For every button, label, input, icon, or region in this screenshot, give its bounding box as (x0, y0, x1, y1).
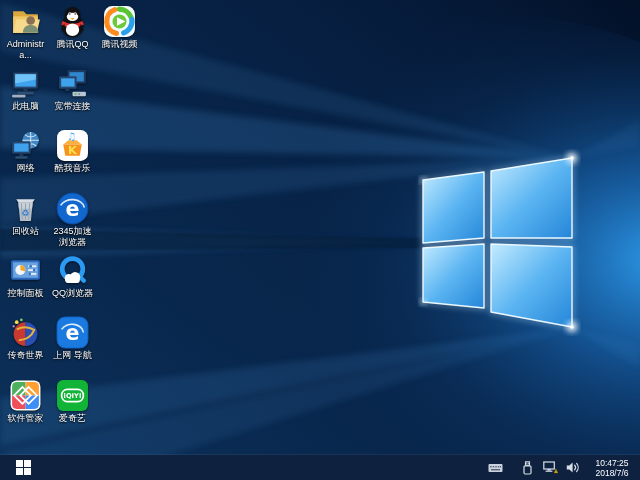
iqiyi-icon: iQIYI (56, 379, 89, 412)
desktop-icon-broadband[interactable]: 宽带连接 (49, 67, 96, 112)
control-panel-icon (9, 254, 42, 287)
desktop-icon-label: Administra... (2, 39, 49, 60)
desktop-icon-this-pc[interactable]: 此电脑 (2, 67, 49, 112)
wallpaper-windows10-hero (0, 0, 640, 480)
desktop-icon-iqiyi[interactable]: iQIYI 爱奇艺 (49, 379, 96, 424)
desktop-icon-label: 腾讯视频 (96, 39, 143, 50)
desktop-icon-label: 控制面板 (2, 288, 49, 299)
desktop-icon-label: 此电脑 (2, 101, 49, 112)
desktop-icon-label: 软件管家 (2, 413, 49, 424)
desktop-icon-kuwo-music[interactable]: K ♫ 酷我音乐 (49, 129, 96, 174)
desktop-icon-control-panel[interactable]: 控制面板 (2, 254, 49, 299)
recycle-bin-icon: ♻ (9, 192, 42, 225)
desktop-icon-label: 网络 (2, 163, 49, 174)
this-pc-icon (9, 67, 42, 100)
desktop-icon-tencent-qq[interactable]: 腾讯QQ (49, 5, 96, 50)
desktop-icon-software-manager[interactable]: 软件管家 (2, 379, 49, 424)
taskbar: 10:47:25 2018/7/6 (0, 455, 640, 480)
system-tray (487, 455, 581, 480)
clock-time: 10:47:25 (589, 458, 635, 468)
2345-browser-icon: e (56, 192, 89, 225)
svg-text:♫: ♫ (67, 130, 76, 142)
desktop-icon-label: 爱奇艺 (49, 413, 96, 424)
user-folder-icon (9, 5, 42, 38)
legend-world-game-icon (9, 316, 42, 349)
desktop-icon-tencent-video[interactable]: 腾讯视频 (96, 5, 143, 50)
start-button[interactable] (0, 455, 46, 480)
kuwo-music-icon: K ♫ (56, 129, 89, 162)
e-navigation-icon: e (56, 316, 89, 349)
qq-browser-icon (56, 254, 89, 287)
desktop-icon-label: 宽带连接 (49, 101, 96, 112)
desktop-icon-e-navigation[interactable]: e 上网 导航 (49, 316, 96, 361)
desktop-icon-network[interactable]: 网络 (2, 129, 49, 174)
tencent-video-icon (103, 5, 136, 38)
desktop-icon-recycle-bin[interactable]: ♻ 回收站 (2, 192, 49, 237)
desktop-icon-legend-world[interactable]: 传奇世界 (2, 316, 49, 361)
network-warning-icon[interactable] (542, 455, 558, 480)
software-manager-icon (9, 379, 42, 412)
desktop-icon-label: 上网 导航 (49, 350, 96, 361)
network-icon (9, 129, 42, 162)
svg-text:K: K (68, 143, 78, 157)
desktop-icon-administrator[interactable]: Administra... (2, 5, 49, 60)
volume-icon[interactable] (565, 455, 581, 480)
touch-keyboard-icon[interactable] (487, 455, 503, 480)
desktop-icon-label: QQ浏览器 (49, 288, 96, 299)
svg-text:iQIYI: iQIYI (64, 392, 82, 400)
desktop: Administra... 腾讯QQ (0, 0, 640, 480)
desktop-icon-label: 酷我音乐 (49, 163, 96, 174)
usb-device-icon[interactable] (519, 455, 535, 480)
desktop-icon-label: 腾讯QQ (49, 39, 96, 50)
desktop-icon-2345-browser[interactable]: e 2345加速浏览器 (49, 192, 96, 247)
svg-text:♻: ♻ (21, 207, 29, 218)
desktop-icon-qq-browser[interactable]: QQ浏览器 (49, 254, 96, 299)
clock-date: 2018/7/6 (589, 468, 635, 478)
desktop-icon-label: 2345加速浏览器 (49, 226, 96, 247)
desktop-icon-label: 回收站 (2, 226, 49, 237)
desktop-icon-label: 传奇世界 (2, 350, 49, 361)
broadband-connection-icon (56, 67, 89, 100)
windows-logo-icon (16, 460, 31, 475)
taskbar-clock[interactable]: 10:47:25 2018/7/6 (589, 458, 635, 478)
qq-penguin-icon (56, 5, 89, 38)
